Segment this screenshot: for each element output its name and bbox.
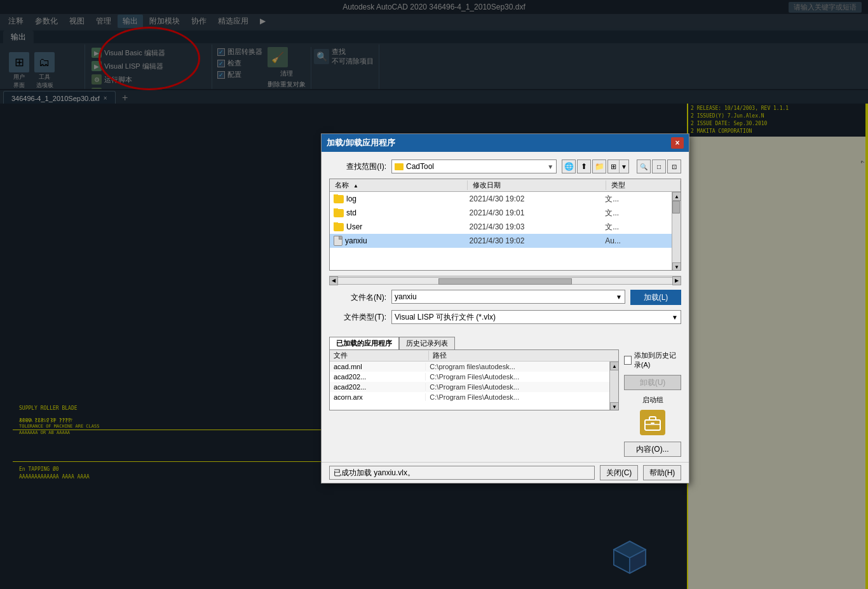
add-history-row: 添加到历史记录(A) <box>624 351 681 370</box>
list-track <box>610 370 618 402</box>
preview-icons: 🔍 □ ⊡ <box>637 159 681 173</box>
file-browser-header: 名称 ▲ 修改日期 类型 <box>330 179 681 192</box>
browser-vscrollbar[interactable]: ▲ ▼ <box>672 192 681 271</box>
help-btn[interactable]: 帮助(H) <box>643 465 681 480</box>
folder-icon-log <box>334 195 344 203</box>
file-browser: 名称 ▲ 修改日期 类型 log 2021/4/30 19:02 文... st… <box>329 179 681 271</box>
col-type-header: 类型 <box>606 180 681 190</box>
view-toggle-group[interactable]: ⊞ ▼ <box>607 159 629 173</box>
list-content: acad.mnl C:\program files\autodesk... ac… <box>330 362 609 410</box>
folder-icon-std <box>334 209 344 217</box>
col-name-header: 名称 ▲ <box>330 180 468 190</box>
filename-row: 文件名(N): yanxiu ▼ 加载(L) <box>329 290 681 305</box>
search-range-value: CadTool <box>406 162 434 171</box>
preview-btn[interactable]: 🔍 <box>637 159 651 173</box>
file-row-yanxiu[interactable]: yanxiu 2021/4/30 19:02 Au... <box>330 234 672 248</box>
preview2-btn[interactable]: ⊡ <box>667 159 681 173</box>
filetype-value: Visual LISP 可执行文件 (*.vlx) <box>395 312 496 323</box>
list-vscrollbar[interactable]: ▲ ▼ <box>609 362 618 410</box>
details-btn[interactable]: □ <box>652 159 666 173</box>
col-date-header: 修改日期 <box>468 180 606 190</box>
filename-label: 文件名(N): <box>329 292 386 303</box>
loaded-col-file: 文件 <box>330 351 429 360</box>
hscroll-track <box>338 277 672 285</box>
select-arrow: ▼ <box>547 163 553 170</box>
add-history-label: 添加到历史记录(A) <box>634 351 681 370</box>
app-row-acad202-1[interactable]: acad202... C:\Program Files\Autodesk... <box>330 372 609 382</box>
loaded-apps-list: 文件 路径 acad.mnl C:\program files\autodesk… <box>329 350 619 410</box>
folder-icon-sm <box>395 163 403 170</box>
filetype-arrow: ▼ <box>672 314 678 321</box>
scroll-down-btn[interactable]: ▼ <box>672 262 681 271</box>
filename-input-row: yanxiu ▼ 加载(L) <box>391 290 681 305</box>
search-range-row: 查找范围(I): CadTool ▼ 🌐 ⬆ 📁 ⊞ ▼ � <box>329 159 681 173</box>
browser-scroll-area: log 2021/4/30 19:02 文... std 2021/4/30 1… <box>330 192 681 271</box>
loaded-apps-tab[interactable]: 已加载的应用程序 <box>329 337 399 349</box>
file-row-std[interactable]: std 2021/4/30 19:01 文... <box>330 206 672 220</box>
startup-icon[interactable] <box>640 410 665 435</box>
new-folder-btn[interactable]: 📁 <box>592 159 606 173</box>
close-dialog-btn[interactable]: 关闭(C) <box>600 465 638 480</box>
briefcase-icon <box>644 414 661 431</box>
filename-value: yanxiu <box>395 292 417 301</box>
status-text-field: 已成功加载 yanxiu.vlx。 <box>329 466 595 480</box>
file-row-user[interactable]: User 2021/4/30 19:03 文... <box>330 220 672 234</box>
filetype-select-wrapper[interactable]: Visual LISP 可执行文件 (*.vlx) ▼ <box>391 310 681 324</box>
contents-btn[interactable]: 内容(O)... <box>624 442 681 457</box>
hscroll-thumb[interactable] <box>438 278 572 285</box>
add-history-checkbox[interactable] <box>624 356 632 365</box>
filetype-label: 文件类型(T): <box>329 312 386 323</box>
filename-arrow: ▼ <box>616 294 622 301</box>
view-btn[interactable]: ⊞ <box>608 160 620 173</box>
file-browser-toolbar: 🌐 ⬆ 📁 ⊞ ▼ <box>562 159 629 173</box>
loaded-col-path: 路径 <box>429 351 618 360</box>
app-row-acad202-2[interactable]: acad202... C:\Program Files\Autodesk... <box>330 382 609 392</box>
folder-icon-user <box>334 223 344 231</box>
hscroll-left-btn[interactable]: ◀ <box>329 276 338 285</box>
dialog-close-btn[interactable]: × <box>671 137 684 149</box>
scroll-thumb[interactable] <box>672 201 680 213</box>
search-range-select-wrapper[interactable]: CadTool ▼ <box>391 159 557 173</box>
list-scroll-up[interactable]: ▲ <box>610 362 619 370</box>
unload-btn[interactable]: 卸载(U) <box>624 375 681 390</box>
filetype-row: 文件类型(T): Visual LISP 可执行文件 (*.vlx) ▼ <box>329 310 681 324</box>
side-buttons: 添加到历史记录(A) 卸载(U) 启动组 内容(O)... <box>624 337 681 457</box>
load-button[interactable]: 加载(L) <box>630 290 681 305</box>
scroll-track <box>672 201 681 262</box>
app-row-acorn[interactable]: acorn.arx C:\Program Files\Autodesk... <box>330 392 609 402</box>
scroll-up-btn[interactable]: ▲ <box>672 192 681 201</box>
dialog-titlebar: 加载/卸载应用程序 × <box>322 134 689 152</box>
startup-group-label: 启动组 <box>624 395 681 405</box>
loaded-apps-tabs: 已加载的应用程序 历史记录列表 <box>329 337 619 350</box>
status-message: 已成功加载 yanxiu.vlx。 <box>334 468 415 478</box>
sort-arrow: ▲ <box>353 183 358 189</box>
file-icon-yanxiu <box>334 236 342 246</box>
hscroll-right-btn[interactable]: ▶ <box>672 276 681 285</box>
history-tab[interactable]: 历史记录列表 <box>399 337 455 349</box>
svg-rect-4 <box>645 420 660 430</box>
dialog-bottom: 已加载的应用程序 历史记录列表 文件 路径 acad.mnl C:\progra… <box>322 337 689 462</box>
up-folder-btn[interactable]: ⬆ <box>577 159 591 173</box>
list-scroll-area: acad.mnl C:\program files\autodesk... ac… <box>330 362 618 410</box>
app-row-acad-mnl[interactable]: acad.mnl C:\program files\autodesk... <box>330 362 609 372</box>
filename-select-wrapper[interactable]: yanxiu ▼ <box>391 290 625 305</box>
loaded-apps-panel: 已加载的应用程序 历史记录列表 文件 路径 acad.mnl C:\progra… <box>329 337 619 457</box>
browser-content: log 2021/4/30 19:02 文... std 2021/4/30 1… <box>330 192 672 271</box>
file-row-log[interactable]: log 2021/4/30 19:02 文... <box>330 192 672 206</box>
dialog-body: 查找范围(I): CadTool ▼ 🌐 ⬆ 📁 ⊞ ▼ � <box>322 152 689 337</box>
browse-web-btn[interactable]: 🌐 <box>562 159 576 173</box>
dialog-statusbar: 已成功加载 yanxiu.vlx。 关闭(C) 帮助(H) <box>322 462 689 483</box>
loaded-apps-header: 文件 路径 <box>330 350 618 362</box>
dialog-title: 加载/卸载应用程序 <box>327 137 395 149</box>
view-arrow[interactable]: ▼ <box>620 160 628 173</box>
list-scroll-down[interactable]: ▼ <box>610 402 619 410</box>
search-range-label: 查找范围(I): <box>329 161 386 172</box>
browser-hscrollbar[interactable]: ◀ ▶ <box>329 276 681 285</box>
load-unload-dialog: 加载/卸载应用程序 × 查找范围(I): CadTool ▼ 🌐 ⬆ 📁 ⊞ <box>321 133 689 484</box>
